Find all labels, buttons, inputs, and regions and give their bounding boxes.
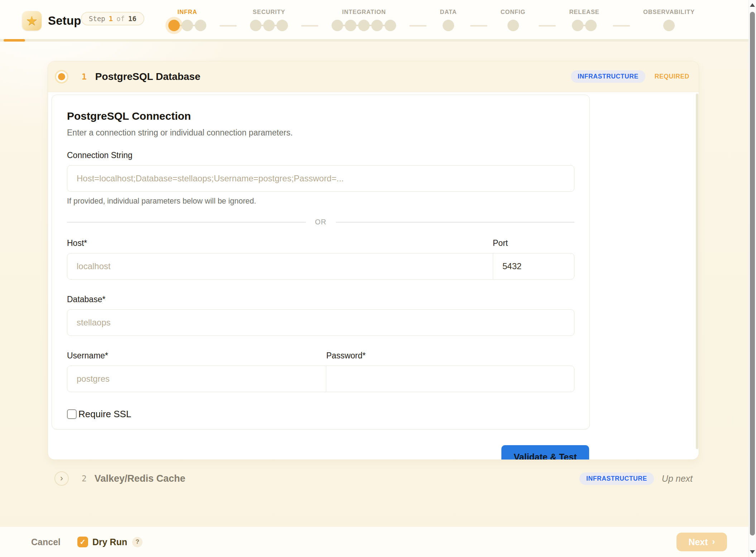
stepper-dot (358, 20, 370, 31)
username-input[interactable] (67, 366, 326, 392)
step-counter-badge: Step 1 of 16 (81, 12, 144, 25)
username-label: Username* (67, 351, 326, 361)
stepper-stage-release: RELEASE (569, 9, 599, 32)
stepper-stage-config: CONFIG (501, 9, 526, 32)
step2-accordion-header[interactable]: › 2 Valkey/Redis Cache INFRASTRUCTURE Up… (48, 466, 699, 491)
stage-dots (663, 19, 675, 32)
stage-dots (572, 19, 597, 32)
up-next-status: Up next (662, 473, 693, 484)
postgres-connection-form: PostgreSQL Connection Enter a connection… (52, 95, 590, 429)
stage-label: INFRA (178, 9, 197, 15)
stepper-connector (301, 25, 318, 27)
require-ssl-label: Require SSL (78, 409, 131, 420)
step1-title: PostgreSQL Database (95, 71, 201, 82)
divider-line (336, 222, 575, 223)
step-word: Step (89, 13, 105, 25)
stepper-dot (507, 20, 519, 31)
scroll-up-arrow-icon[interactable] (750, 3, 755, 7)
divider-label: OR (315, 218, 327, 226)
page-scrollbar[interactable] (748, 0, 756, 557)
port-label: Port (493, 238, 574, 248)
wizard-progress-fill (4, 39, 25, 42)
require-ssl-checkbox[interactable] (67, 409, 77, 419)
check-icon: ✓ (80, 538, 86, 546)
scroll-down-arrow-icon[interactable] (750, 550, 755, 554)
stage-dots (332, 19, 396, 32)
step2-number: 2 (82, 474, 87, 483)
stepper-connector (613, 25, 630, 27)
database-input[interactable] (67, 309, 574, 336)
stepper-dot (585, 20, 597, 31)
stage-dots (250, 19, 288, 32)
stepper-dot (371, 20, 383, 31)
step1-number: 1 (82, 72, 87, 81)
stage-label: INTEGRATION (342, 9, 386, 15)
stepper-connector (470, 25, 487, 27)
stepper-dot (345, 20, 356, 31)
expand-step2-button[interactable]: › (54, 471, 69, 486)
card-scrollbar-thumb[interactable] (696, 94, 698, 449)
next-button[interactable]: Next › (676, 533, 727, 551)
page-scrollbar-thumb[interactable] (750, 12, 755, 535)
or-divider: OR (67, 218, 574, 226)
step-current: 1 (109, 13, 113, 25)
step1-badges: INFRASTRUCTURE REQUIRED (571, 70, 689, 83)
category-badge: INFRASTRUCTURE (571, 70, 645, 83)
host-input[interactable] (67, 253, 493, 280)
app-title: Setup (48, 14, 81, 28)
app-header: ★ Setup Step 1 of 16 INFRA SECURITY INTE… (0, 0, 748, 42)
dry-run-help-button[interactable]: ? (132, 537, 143, 547)
category-badge: INFRASTRUCTURE (579, 472, 654, 485)
validate-test-button[interactable]: Validate & Test (501, 445, 589, 460)
stepper-dot (182, 20, 193, 31)
stepper-dot (263, 20, 275, 31)
stepper-dot (195, 20, 206, 31)
step1-accordion-header[interactable]: 1 PostgreSQL Database INFRASTRUCTURE REQ… (48, 61, 699, 92)
stepper-dot (332, 20, 343, 31)
connection-string-label: Connection String (67, 151, 574, 160)
step-of: of (116, 13, 125, 25)
stepper-stage-infra: INFRA (168, 9, 206, 32)
password-label: Password* (326, 351, 574, 361)
step2-title: Valkey/Redis Cache (95, 473, 186, 484)
stepper-stage-observability: OBSERVABILITY (643, 9, 695, 32)
stepper-dot (572, 20, 583, 31)
stepper-dot (276, 20, 288, 31)
stepper-connector (539, 25, 556, 27)
stepper-dot (443, 20, 454, 31)
stage-label: OBSERVABILITY (643, 9, 695, 15)
stage-label: SECURITY (253, 9, 285, 15)
require-ssl-row[interactable]: Require SSL (67, 409, 574, 420)
database-label: Database* (67, 295, 574, 304)
connection-string-help: If provided, individual parameters below… (67, 197, 574, 206)
active-step-radio-icon[interactable] (55, 70, 68, 84)
stage-dots (443, 19, 454, 32)
cancel-button[interactable]: Cancel (31, 537, 61, 547)
stepper-stage-security: SECURITY (250, 9, 288, 32)
stage-dots (168, 19, 206, 32)
wizard-stepper: INFRA SECURITY INTEGRATION DATA CONFIG (168, 9, 695, 32)
stepper-connector (409, 25, 427, 27)
dry-run-toggle[interactable]: ✓ Dry Run ? (77, 537, 143, 547)
stage-label: DATA (440, 9, 457, 15)
password-input[interactable] (326, 366, 574, 392)
wizard-footer: Cancel ✓ Dry Run ? Next › (0, 527, 748, 557)
main-content: 1 PostgreSQL Database INFRASTRUCTURE REQ… (0, 42, 748, 527)
chevron-right-icon: › (60, 474, 63, 482)
connection-string-input[interactable] (67, 165, 574, 192)
brand: ★ Setup (22, 11, 81, 31)
app-viewport: ★ Setup Step 1 of 16 INFRA SECURITY INTE… (0, 0, 748, 557)
dry-run-checkbox[interactable]: ✓ (77, 537, 88, 547)
form-description: Enter a connection string or individual … (67, 128, 574, 138)
stepper-stage-data: DATA (440, 9, 457, 32)
app-logo-icon: ★ (22, 11, 42, 30)
step1-card-body: PostgreSQL Connection Enter a connection… (48, 92, 699, 460)
form-heading: PostgreSQL Connection (67, 110, 574, 122)
stepper-dot (385, 20, 396, 31)
stage-label: RELEASE (569, 9, 599, 15)
chevron-right-icon: › (712, 537, 715, 547)
port-input[interactable] (493, 253, 574, 280)
stage-dots (507, 19, 519, 32)
stepper-dot (168, 20, 180, 31)
stepper-dot (663, 20, 675, 31)
